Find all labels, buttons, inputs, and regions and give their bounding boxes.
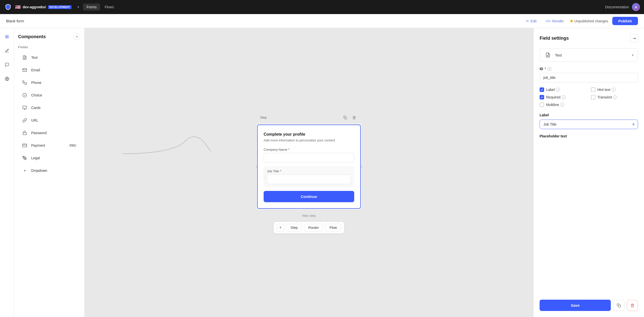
save-button[interactable]: Save	[540, 300, 611, 311]
icon-sidebar: ⊞	[0, 28, 14, 317]
component-choice[interactable]: Choice	[18, 89, 80, 101]
hint-text-checkbox[interactable]	[591, 87, 595, 92]
nav-documentation[interactable]: Documentation	[605, 5, 629, 9]
phone-icon	[21, 79, 28, 86]
id-info-icon[interactable]: i	[547, 67, 551, 71]
required-checkbox-label: Required i	[546, 95, 566, 99]
main-layout: ⊞ Components × Fields	[0, 28, 644, 317]
text-icon	[21, 54, 28, 61]
component-url[interactable]: URL	[18, 114, 80, 126]
id-input[interactable]	[540, 73, 638, 82]
sidebar-grid-icon[interactable]: ⊞	[3, 32, 12, 41]
sidebar-pencil-icon[interactable]	[3, 46, 12, 55]
required-star: *	[545, 67, 546, 71]
components-header: Components ×	[18, 33, 80, 40]
component-legal[interactable]: Legal	[18, 152, 80, 164]
checkbox-grid: Label i Hint text i	[540, 87, 638, 107]
placeholder-title: Placeholder text	[540, 134, 638, 138]
component-password[interactable]: Password	[18, 127, 80, 139]
label-plus-icon[interactable]: +	[632, 122, 635, 127]
field-type-selector[interactable]: Text ▾	[540, 48, 638, 62]
field-settings-footer: Save	[540, 294, 638, 311]
hint-text-checkbox-row: Hint text i	[591, 87, 638, 92]
components-close-button[interactable]: ×	[73, 33, 80, 40]
add-button[interactable]: +	[277, 224, 284, 231]
subheader: Blank form ✏ Edit </> Render Unpublished…	[0, 14, 644, 28]
edit-button[interactable]: ✏ Edit	[524, 18, 539, 25]
dropdown-icon: ▾	[21, 167, 28, 174]
pro-badge: PRO	[68, 144, 77, 147]
required-checkbox-row: Required i	[540, 95, 587, 99]
sidebar-globe-icon[interactable]	[3, 74, 12, 83]
label-checkbox[interactable]	[540, 87, 544, 92]
components-panel: Components × Fields Text Email	[14, 28, 85, 317]
step-label: Step	[260, 116, 267, 119]
label-input-wrapper: +	[540, 120, 638, 129]
component-phone[interactable]: Phone	[18, 77, 80, 89]
form-subtitle: Add more information to personalize your…	[264, 138, 354, 143]
component-email[interactable]: Email	[18, 64, 80, 76]
env-chevron[interactable]: ▾	[77, 5, 79, 9]
cards-icon	[21, 104, 28, 111]
canvas: Step	[85, 28, 533, 317]
required-checkbox[interactable]	[540, 95, 544, 99]
transient-checkbox[interactable]	[591, 95, 595, 99]
step-delete-button[interactable]	[351, 114, 358, 121]
sidebar-chat-icon[interactable]	[3, 60, 12, 69]
password-icon	[21, 129, 28, 136]
env-flag: 🇺🇸	[15, 4, 21, 10]
label-checkbox-label: Label i	[546, 88, 560, 92]
component-dropdown[interactable]: ▾ Dropdown	[18, 165, 80, 177]
legal-label: Legal	[31, 156, 77, 160]
nav-tab-flows[interactable]: Flows	[101, 4, 117, 11]
svg-rect-12	[345, 117, 347, 119]
step-add-bar: + Step Router Flow	[273, 222, 344, 234]
copy-field-button[interactable]	[613, 300, 624, 311]
svg-rect-15	[618, 305, 621, 307]
job-title-input[interactable]	[267, 175, 351, 184]
component-text[interactable]: Text	[18, 51, 80, 64]
component-cards[interactable]: Cards	[18, 102, 80, 114]
nav-tab-forms[interactable]: Forms	[83, 4, 100, 11]
continue-button[interactable]: Continue	[264, 191, 354, 202]
step-card: Step	[256, 112, 362, 210]
delete-field-button[interactable]	[627, 300, 638, 311]
drag-handle-icon: ⋮⋮	[259, 175, 266, 179]
field-type-doc-icon	[544, 51, 552, 59]
field-settings-title: Field settings	[540, 36, 569, 41]
render-icon: </>	[546, 19, 551, 23]
new-step-section: New step	[302, 214, 316, 218]
legal-icon	[21, 154, 28, 162]
payment-label: Payment	[31, 143, 65, 147]
password-label: Password	[31, 131, 77, 135]
transient-info-icon[interactable]: i	[613, 95, 617, 99]
publish-button[interactable]: Publish	[612, 17, 638, 25]
add-step-button[interactable]: Step	[286, 224, 302, 231]
collapse-panel-button[interactable]: ⇥	[630, 34, 638, 42]
email-label: Email	[31, 68, 77, 72]
edit-label: Edit	[531, 19, 537, 23]
label-input[interactable]	[540, 120, 638, 129]
cards-label: Cards	[31, 106, 77, 110]
label-info-icon[interactable]: i	[556, 88, 560, 92]
component-payment[interactable]: Payment PRO	[18, 139, 80, 151]
multiline-info-icon[interactable]: i	[560, 103, 564, 107]
required-info-icon[interactable]: i	[562, 95, 566, 99]
add-router-button[interactable]: Router	[304, 224, 323, 231]
render-label: Render	[552, 19, 564, 23]
hint-info-icon[interactable]: i	[612, 88, 616, 92]
render-button[interactable]: </> Render	[543, 18, 566, 25]
label-section-title: Label	[540, 113, 638, 117]
job-title-field: ⋮⋮ Job Title *	[264, 167, 354, 187]
multiline-checkbox[interactable]	[540, 102, 544, 107]
company-name-input[interactable]	[264, 153, 354, 163]
unpublished-label: Unpublished changes	[574, 19, 608, 23]
url-label: URL	[31, 118, 77, 122]
add-flow-button[interactable]: Flow	[325, 224, 341, 231]
company-name-label: Company Name *	[264, 148, 354, 151]
connector-left	[256, 165, 257, 169]
transient-checkbox-row: Transient i	[591, 95, 638, 99]
id-label-text: ID	[540, 67, 543, 71]
step-header: Step	[256, 112, 362, 124]
step-copy-button[interactable]	[342, 114, 349, 121]
